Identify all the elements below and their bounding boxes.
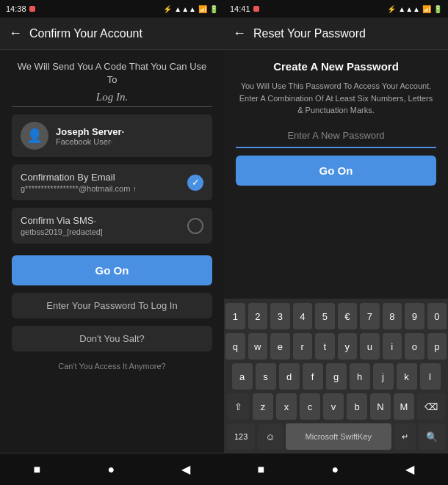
right-signal-icon: ▲▲▲ [398,5,420,13]
right-nav-square[interactable]: ■ [248,459,275,481]
search-key[interactable]: 🔍 [419,423,445,450]
left-status-bar: 14:38 ⚡ ▲▲▲ 📶 🔋 [0,0,224,18]
right-battery-icon: 🔋 [433,5,442,13]
keyboard: 1 2 3 4 5 € 7 8 9 0 q w e r t y u i o p … [224,299,448,453]
user-name: Joseph Server· [56,126,124,137]
key-k[interactable]: k [397,363,417,390]
key-j[interactable]: j [373,363,394,390]
right-status-right: ⚡ ▲▲▲ 📶 🔋 [387,5,442,13]
emoji-key[interactable]: ☺ [258,423,282,450]
left-status-dot [29,6,35,12]
key-b[interactable]: b [347,393,367,420]
right-back-button[interactable]: ← [233,26,246,41]
keyboard-row-asdf: a s d f g h j k l [225,363,447,390]
left-nav-triangle[interactable]: ◀ [171,458,200,481]
right-status-left: 14:41 [230,4,259,13]
spacebar-key[interactable]: Microsoft SwiftKey [286,423,391,450]
intro-line1: We Will Send You A Code That You Can Use… [12,60,212,87]
key-5[interactable]: 5 [315,303,335,329]
key-2[interactable]: 2 [248,303,268,329]
right-header-title: Reset Your Password [253,27,366,40]
key-u[interactable]: u [360,333,380,360]
key-y[interactable]: y [338,333,358,360]
key-9[interactable]: 9 [405,303,424,329]
user-sub: Facebook User· [56,137,124,146]
key-z[interactable]: z [253,393,273,420]
key-f[interactable]: f [303,363,323,390]
key-n[interactable]: N [370,393,391,420]
left-status-right: ⚡ ▲▲▲ 📶 🔋 [163,5,218,13]
left-back-button[interactable]: ← [9,26,22,41]
key-c[interactable]: c [300,393,320,420]
left-nav-circle[interactable]: ● [98,459,126,481]
keyboard-row-bottom: 123 ☺ Microsoft SwiftKey ↵ 🔍 [227,423,445,450]
key-s[interactable]: s [256,363,276,390]
avatar: 👤 [21,122,48,150]
key-o[interactable]: o [405,333,424,360]
go-on-button[interactable]: Go On [12,255,212,285]
key-v[interactable]: v [323,393,344,420]
wifi-icon: 📶 [198,5,207,13]
key-1[interactable]: 1 [225,303,245,329]
left-content: We Will Send You A Code That You Can Use… [0,50,224,453]
key-h[interactable]: h [350,363,370,390]
left-header: ← Confirm Your Account [0,18,224,50]
dont-salt-button[interactable]: Don't You Salt? [12,326,212,351]
right-status-bar: 14:41 ⚡ ▲▲▲ 📶 🔋 [224,0,448,18]
right-header: ← Reset Your Password [224,18,448,50]
key-i[interactable]: i [383,333,402,360]
battery-icon: 🔋 [209,5,218,13]
user-info: Joseph Server· Facebook User· [56,126,124,146]
create-password-title: Create A New Password [273,60,399,73]
right-nav-triangle[interactable]: ◀ [395,458,424,481]
key-d[interactable]: d [279,363,300,390]
shift-key[interactable]: ⇧ [227,393,250,420]
right-content: Create A New Password You Will Use This … [224,50,448,299]
key-x[interactable]: x [276,393,297,420]
key-g[interactable]: g [326,363,347,390]
left-nav-square[interactable]: ■ [24,459,51,481]
key-euro[interactable]: € [338,303,358,329]
intro-line2: Log In. [12,91,212,107]
right-nav-circle[interactable]: ● [322,459,350,481]
avatar-icon: 👤 [26,128,43,144]
key-r[interactable]: r [293,333,313,360]
key-p[interactable]: p [427,333,447,360]
right-wifi-icon: 📶 [422,5,431,13]
return-key[interactable]: ↵ [394,423,416,450]
signal-icon: ▲▲▲ [174,5,196,13]
key-8[interactable]: 8 [383,303,402,329]
key-4[interactable]: 4 [293,303,313,329]
email-option-texts: Confirmation By Email g*****************… [21,172,137,193]
right-status-dot [253,6,259,12]
keyboard-row-numbers: 1 2 3 4 5 € 7 8 9 0 [225,303,447,329]
email-option-value: g*****************@hotmail.com ↑ [21,184,137,193]
key-m[interactable]: M [394,393,414,420]
key-l[interactable]: l [420,363,441,390]
delete-key[interactable]: ⌫ [417,393,445,420]
key-e[interactable]: e [270,333,290,360]
key-0[interactable]: 0 [427,303,447,329]
key-3[interactable]: 3 [270,303,290,329]
key-7[interactable]: 7 [360,303,380,329]
right-go-on-button[interactable]: Go On [236,156,436,186]
enter-password-button[interactable]: Enter Your Password To Log In [12,293,212,318]
sms-option[interactable]: Confirm Via SMS· getbss2019_[redacted] [12,208,212,244]
sms-check-icon [187,218,203,234]
keyboard-row-qwerty: q w e r t y u i o p [225,333,447,360]
user-card: 👤 Joseph Server· Facebook User· [12,114,212,157]
new-password-input[interactable] [236,124,436,148]
key-t[interactable]: t [315,333,335,360]
sms-option-label: Confirm Via SMS· [21,215,103,226]
left-status-left: 14:38 [6,4,35,13]
left-header-title: Confirm Your Account [29,27,142,40]
numbers-key[interactable]: 123 [227,423,255,450]
key-a[interactable]: a [232,363,253,390]
sms-option-inner: Confirm Via SMS· getbss2019_[redacted] [21,215,203,236]
email-option-inner: Confirmation By Email g*****************… [21,172,203,193]
key-q[interactable]: q [225,333,245,360]
forgot-access-link[interactable]: Can't You Access It Anymore? [12,362,212,371]
key-w[interactable]: w [248,333,268,360]
email-check-icon: ✓ [187,175,203,191]
email-option[interactable]: Confirmation By Email g*****************… [12,164,212,200]
